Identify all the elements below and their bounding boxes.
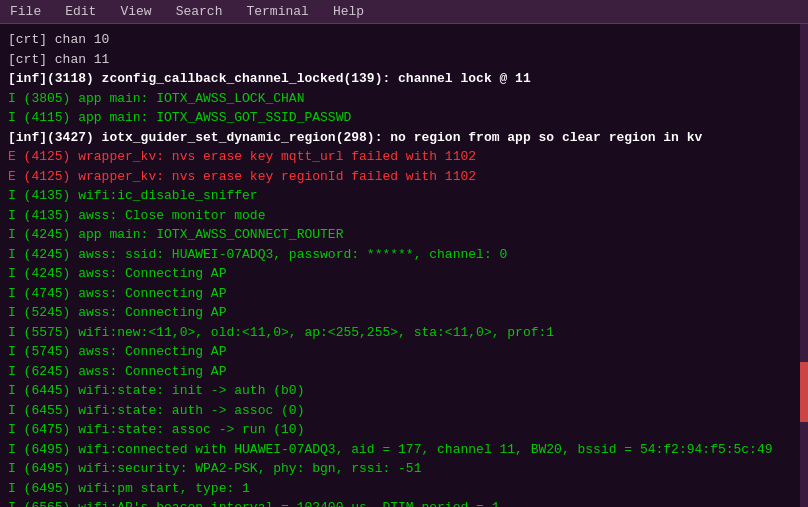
terminal-line: I (3805) app main: IOTX_AWSS_LOCK_CHAN: [8, 89, 800, 109]
terminal-line: I (4245) awss: Connecting AP: [8, 264, 800, 284]
terminal-line: I (4245) awss: ssid: HUAWEI-07ADQ3, pass…: [8, 245, 800, 265]
terminal-line: I (5245) awss: Connecting AP: [8, 303, 800, 323]
terminal-line: I (6565) wifi:AP's beacon interval = 102…: [8, 498, 800, 507]
terminal-line: [inf](3118) zconfig_callback_channel_loc…: [8, 69, 800, 89]
scrollbar-thumb[interactable]: [800, 362, 808, 422]
terminal: [crt] chan 10[crt] chan 11[inf](3118) zc…: [0, 24, 808, 507]
terminal-line: I (6475) wifi:state: assoc -> run (10): [8, 420, 800, 440]
terminal-line: I (6245) awss: Connecting AP: [8, 362, 800, 382]
terminal-line: I (4745) awss: Connecting AP: [8, 284, 800, 304]
terminal-line: E (4125) wrapper_kv: nvs erase key regio…: [8, 167, 800, 187]
terminal-line: I (6495) wifi:pm start, type: 1: [8, 479, 800, 499]
terminal-line: [crt] chan 10: [8, 30, 800, 50]
terminal-line: I (6495) wifi:security: WPA2-PSK, phy: b…: [8, 459, 800, 479]
menu-item-edit[interactable]: Edit: [59, 0, 102, 23]
terminal-line: I (6495) wifi:connected with HUAWEI-07AD…: [8, 440, 800, 460]
terminal-line: I (6445) wifi:state: init -> auth (b0): [8, 381, 800, 401]
menubar: FileEditViewSearchTerminalHelp: [0, 0, 808, 24]
terminal-line: E (4125) wrapper_kv: nvs erase key mqtt_…: [8, 147, 800, 167]
terminal-line: I (5575) wifi:new:<11,0>, old:<11,0>, ap…: [8, 323, 800, 343]
menu-item-search[interactable]: Search: [170, 0, 229, 23]
terminal-line: I (6455) wifi:state: auth -> assoc (0): [8, 401, 800, 421]
terminal-line: I (4135) awss: Close monitor mode: [8, 206, 800, 226]
terminal-line: [crt] chan 11: [8, 50, 800, 70]
menu-item-help[interactable]: Help: [327, 0, 370, 23]
menu-item-file[interactable]: File: [4, 0, 47, 23]
terminal-line: I (5745) awss: Connecting AP: [8, 342, 800, 362]
scrollbar[interactable]: [800, 24, 808, 507]
menu-item-view[interactable]: View: [114, 0, 157, 23]
terminal-line: I (4245) app main: IOTX_AWSS_CONNECT_ROU…: [8, 225, 800, 245]
terminal-line: [inf](3427) iotx_guider_set_dynamic_regi…: [8, 128, 800, 148]
terminal-line: I (4115) app main: IOTX_AWSS_GOT_SSID_PA…: [8, 108, 800, 128]
menu-item-terminal[interactable]: Terminal: [240, 0, 314, 23]
terminal-line: I (4135) wifi:ic_disable_sniffer: [8, 186, 800, 206]
